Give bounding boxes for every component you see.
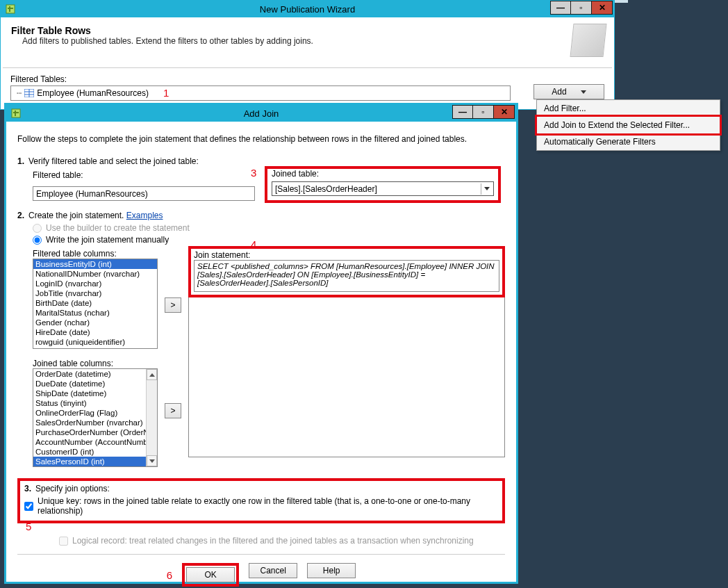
list-item[interactable]: Gender (nchar) bbox=[33, 318, 157, 327]
list-item[interactable]: Status (tinyint) bbox=[33, 398, 157, 408]
dialog-button-row: 6 OK Cancel Help bbox=[17, 554, 505, 587]
joined-table-value: [Sales].[SalesOrderHeader] bbox=[275, 184, 377, 194]
filtered-cols-label: Filtered table columns: bbox=[33, 249, 158, 259]
scrollbar[interactable] bbox=[146, 369, 157, 466]
unique-key-row[interactable]: Unique key: rows in the joined table rel… bbox=[24, 496, 498, 516]
addjoin-minimize-button[interactable]: — bbox=[452, 105, 473, 119]
wizard-header-subtitle: Add filters to published tables. Extend … bbox=[22, 36, 604, 46]
join-statement-textarea[interactable] bbox=[188, 297, 505, 457]
columns-panel: Filtered table columns: BusinessEntityID… bbox=[33, 249, 158, 467]
list-item[interactable]: SalesPersonID (int) bbox=[33, 457, 157, 466]
wizard-header: Filter Table Rows Add filters to publish… bbox=[3, 19, 612, 68]
move-buttons-col: > > bbox=[165, 249, 181, 467]
list-item[interactable]: NationalIDNumber (nvarchar) bbox=[33, 269, 157, 279]
add-dropdown-menu: Add Filter... Add Join to Extend the Sel… bbox=[536, 99, 720, 151]
list-item[interactable]: PurchaseOrderNumber (OrderNum bbox=[33, 427, 157, 437]
unique-key-checkbox[interactable] bbox=[24, 502, 33, 511]
annotation-5: 5 bbox=[26, 521, 31, 532]
ok-button[interactable]: OK bbox=[186, 567, 235, 582]
scroll-up-button[interactable] bbox=[147, 369, 157, 380]
step3-row: 3. Specify join options: bbox=[24, 484, 498, 493]
radio-manual[interactable] bbox=[33, 236, 42, 245]
logical-record-checkbox bbox=[59, 537, 68, 546]
addjoin-icon bbox=[10, 108, 22, 119]
list-item[interactable]: BusinessEntityID (int) bbox=[33, 259, 157, 269]
list-item[interactable]: rowguid (uniqueidentifier) bbox=[33, 337, 157, 347]
annotation-highlight-6: OK bbox=[182, 563, 239, 587]
addjoin-maximize-button[interactable]: ▫ bbox=[473, 105, 494, 119]
add-join-dialog: Add Join — ▫ ✕ Follow the steps to compl… bbox=[4, 103, 518, 584]
move-right-button-1[interactable]: > bbox=[165, 297, 181, 313]
outer-close-button[interactable]: ✕ bbox=[592, 1, 613, 15]
step2-label: Create the join statement. Examples bbox=[28, 211, 163, 220]
addjoin-titlebar: Add Join — ▫ ✕ bbox=[6, 105, 516, 122]
cancel-button[interactable]: Cancel bbox=[249, 563, 297, 578]
addjoin-body: Follow the steps to complete the join st… bbox=[6, 122, 516, 588]
move-right-button-2[interactable]: > bbox=[165, 403, 181, 418]
step1-label: Verify filtered table and select the joi… bbox=[28, 156, 199, 166]
list-item[interactable]: SalesOrderNumber (nvarchar) bbox=[33, 418, 157, 427]
joined-cols-label: Joined table columns: bbox=[33, 359, 158, 368]
annotation-highlight-4: Join statement: SELECT <published_column… bbox=[188, 246, 505, 297]
list-item[interactable]: AccountNumber (AccountNumber) bbox=[33, 437, 157, 447]
wizard-header-icon bbox=[570, 24, 606, 57]
addjoin-close-button[interactable]: ✕ bbox=[494, 105, 515, 119]
svg-rect-9 bbox=[13, 112, 19, 113]
join-statement-label: Join statement: bbox=[194, 250, 499, 260]
annotation-1: 1 bbox=[163, 87, 169, 99]
radio-manual-row[interactable]: Write the join statement manually bbox=[33, 235, 505, 245]
help-button[interactable]: Help bbox=[307, 563, 356, 578]
addjoin-instructions: Follow the steps to complete the join st… bbox=[17, 134, 505, 144]
step1-row: 1. Verify filtered table and select the … bbox=[17, 156, 505, 166]
scroll-down-button[interactable] bbox=[147, 455, 157, 466]
wizard-header-title: Filter Table Rows bbox=[11, 25, 604, 36]
menu-item-add-join[interactable]: Add Join to Extend the Selected Filter..… bbox=[537, 117, 720, 133]
radio-builder-row: Use the builder to create the statement bbox=[33, 223, 505, 233]
list-item[interactable]: JobTitle (nvarchar) bbox=[33, 288, 157, 298]
list-item[interactable]: LoginID (nvarchar) bbox=[33, 279, 157, 288]
step3-number: 3. bbox=[24, 484, 31, 493]
add-dropdown-button[interactable]: Add bbox=[533, 84, 604, 99]
filtered-table-value: Employee (HumanResources) bbox=[36, 189, 148, 199]
radio-builder bbox=[33, 224, 42, 233]
step3-label: Specify join options: bbox=[35, 484, 110, 493]
tree-item-label: Employee (HumanResources) bbox=[37, 88, 149, 98]
chevron-down-icon bbox=[481, 183, 492, 195]
annotation-6: 6 bbox=[167, 569, 172, 581]
svg-rect-2 bbox=[8, 8, 13, 9]
outer-minimize-button[interactable]: — bbox=[550, 1, 571, 15]
list-item[interactable]: OnlineOrderFlag (Flag) bbox=[33, 408, 157, 418]
logical-record-label: Logical record: treat related changes in… bbox=[72, 536, 474, 546]
add-button-label: Add bbox=[552, 87, 566, 97]
list-item[interactable]: HireDate (date) bbox=[33, 327, 157, 337]
list-item[interactable]: MaritalStatus (nchar) bbox=[33, 308, 157, 318]
examples-link[interactable]: Examples bbox=[126, 211, 163, 220]
list-item[interactable]: DueDate (datetime) bbox=[33, 379, 157, 389]
background-strip bbox=[615, 0, 628, 3]
menu-item-auto-generate[interactable]: Automatically Generate Filters bbox=[537, 133, 720, 150]
outer-window-title: New Publication Wizard bbox=[260, 4, 355, 15]
list-item[interactable]: ShipDate (datetime) bbox=[33, 389, 157, 398]
joined-table-label: Joined table: bbox=[272, 169, 494, 179]
annotation-highlight-5: 3. Specify join options: Unique key: row… bbox=[17, 478, 505, 523]
radio-builder-label: Use the builder to create the statement bbox=[46, 223, 190, 233]
list-item[interactable]: BirthDate (date) bbox=[33, 298, 157, 308]
annotation-highlight-3: Joined table: [Sales].[SalesOrderHeader] bbox=[265, 166, 501, 203]
filtered-cols-listbox[interactable]: BusinessEntityID (int)NationalIDNumber (… bbox=[33, 259, 158, 349]
outer-titlebar: New Publication Wizard — ▫ ✕ bbox=[1, 1, 614, 17]
joined-cols-listbox[interactable]: OrderDate (datetime)DueDate (datetime)Sh… bbox=[33, 368, 158, 467]
tree-item-employee[interactable]: ⋯ Employee (HumanResources) bbox=[17, 88, 149, 98]
outer-window-controls: — ▫ ✕ bbox=[550, 1, 613, 15]
logical-record-row: Logical record: treat related changes in… bbox=[59, 536, 505, 546]
joined-table-combobox[interactable]: [Sales].[SalesOrderHeader] bbox=[272, 181, 494, 196]
table-icon bbox=[24, 89, 34, 97]
annotation-3: 3 bbox=[251, 167, 256, 179]
outer-maximize-button[interactable]: ▫ bbox=[571, 1, 592, 15]
join-statement-preview: SELECT <published_columns> FROM [HumanRe… bbox=[194, 260, 499, 292]
filtered-tables-tree[interactable]: ⋯ Employee (HumanResources) bbox=[10, 85, 511, 101]
app-icon bbox=[5, 3, 16, 15]
list-item[interactable]: CustomerID (int) bbox=[33, 447, 157, 457]
unique-key-label: Unique key: rows in the joined table rel… bbox=[38, 496, 498, 516]
annotation-4: 4 bbox=[251, 238, 256, 250]
list-item[interactable]: OrderDate (datetime) bbox=[33, 369, 157, 379]
